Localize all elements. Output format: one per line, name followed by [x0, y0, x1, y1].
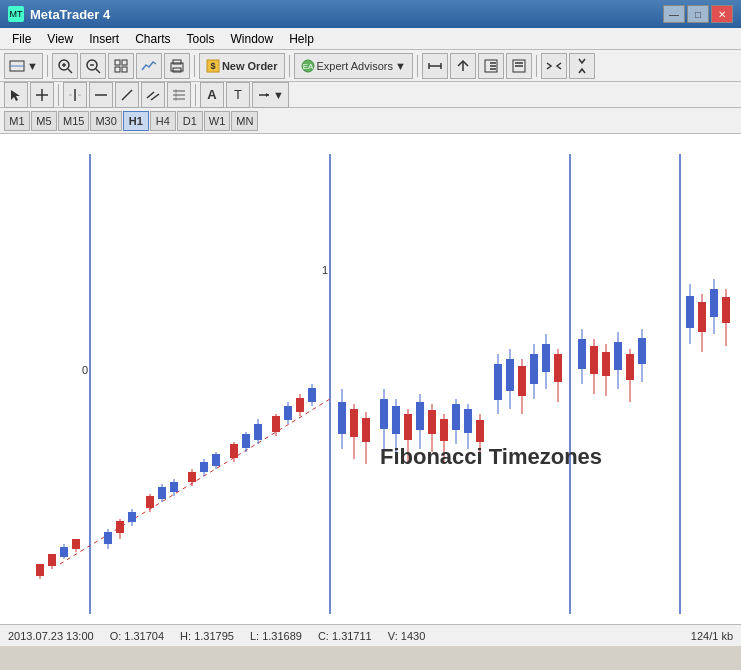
app-icon: MT: [8, 6, 24, 22]
svg-rect-112: [452, 404, 460, 430]
toolbar-drawing: A T ▼: [0, 82, 741, 108]
label-tool[interactable]: T: [226, 82, 250, 108]
menu-charts[interactable]: Charts: [127, 30, 178, 48]
svg-rect-10: [122, 60, 127, 65]
hline-tool[interactable]: [89, 82, 113, 108]
svg-rect-134: [602, 352, 610, 376]
fibonacci-tool[interactable]: [167, 82, 191, 108]
svg-rect-106: [416, 402, 424, 430]
minimize-button[interactable]: —: [663, 5, 685, 23]
svg-marker-44: [266, 93, 269, 97]
channel-tool[interactable]: [141, 82, 165, 108]
svg-text:$: $: [210, 61, 215, 71]
new-order-btn[interactable]: $ New Order: [199, 53, 285, 79]
status-datetime: 2013.07.23 13:00: [8, 630, 94, 642]
svg-rect-11: [115, 67, 120, 72]
zoom-in-btn[interactable]: [52, 53, 78, 79]
tf-m15[interactable]: M15: [58, 111, 89, 131]
tf-h1[interactable]: H1: [123, 111, 149, 131]
svg-rect-102: [392, 406, 400, 434]
window-title: MetaTrader 4: [30, 7, 110, 22]
status-bar: 2013.07.23 13:00 O: 1.31704 H: 1.31795 L…: [0, 624, 741, 646]
toolbar-main: ▼ $ New Order EA Expert Advisors ▼: [0, 50, 741, 82]
tf-w1[interactable]: W1: [204, 111, 231, 131]
arrow-tool[interactable]: ▼: [252, 82, 289, 108]
svg-rect-62: [104, 532, 112, 544]
chart-scroll-btn[interactable]: [422, 53, 448, 79]
svg-rect-128: [554, 354, 562, 382]
svg-rect-116: [476, 420, 484, 442]
status-close: C: 1.31711: [318, 630, 372, 642]
svg-rect-56: [48, 554, 56, 566]
menu-help[interactable]: Help: [281, 30, 322, 48]
svg-rect-84: [254, 424, 262, 440]
tf-d1[interactable]: D1: [177, 111, 203, 131]
tf-m5[interactable]: M5: [31, 111, 57, 131]
svg-rect-98: [362, 418, 370, 442]
svg-rect-118: [494, 364, 502, 400]
text-tool[interactable]: A: [200, 82, 224, 108]
properties-btn[interactable]: [108, 53, 134, 79]
tf-h4[interactable]: H4: [150, 111, 176, 131]
svg-rect-68: [146, 496, 154, 508]
menu-file[interactable]: File: [4, 30, 39, 48]
compress-btn[interactable]: [541, 53, 567, 79]
svg-rect-120: [506, 359, 514, 391]
close-button[interactable]: ✕: [711, 5, 733, 23]
zoom-out-btn[interactable]: [80, 53, 106, 79]
menu-window[interactable]: Window: [223, 30, 282, 48]
expand-btn[interactable]: [569, 53, 595, 79]
svg-rect-58: [60, 547, 68, 557]
menu-insert[interactable]: Insert: [81, 30, 127, 48]
svg-rect-138: [626, 354, 634, 380]
menu-view[interactable]: View: [39, 30, 81, 48]
svg-text:0: 0: [82, 364, 88, 376]
title-bar: MT MetaTrader 4 — □ ✕: [0, 0, 741, 28]
svg-rect-142: [686, 296, 694, 328]
new-chart-btn[interactable]: ▼: [4, 53, 43, 79]
svg-rect-140: [638, 338, 646, 364]
svg-rect-86: [272, 416, 280, 432]
maximize-button[interactable]: □: [687, 5, 709, 23]
status-open: O: 1.31704: [110, 630, 164, 642]
zoom-out2-btn[interactable]: [506, 53, 532, 79]
svg-rect-110: [440, 419, 448, 441]
svg-rect-82: [242, 434, 250, 448]
svg-rect-60: [72, 539, 80, 549]
indicators-btn[interactable]: [136, 53, 162, 79]
svg-line-38: [151, 94, 159, 100]
svg-rect-136: [614, 342, 622, 370]
sep5: [536, 55, 537, 77]
svg-rect-64: [116, 521, 124, 533]
menu-bar: File View Insert Charts Tools Window Hel…: [0, 28, 741, 50]
svg-rect-144: [698, 302, 706, 332]
trendline-tool[interactable]: [115, 82, 139, 108]
svg-rect-78: [212, 454, 220, 466]
svg-rect-122: [518, 366, 526, 396]
svg-rect-54: [36, 564, 44, 576]
expert-advisors-btn[interactable]: EA Expert Advisors ▼: [294, 53, 413, 79]
svg-rect-66: [128, 512, 136, 522]
svg-rect-132: [590, 346, 598, 374]
vline-tool[interactable]: [63, 82, 87, 108]
menu-tools[interactable]: Tools: [179, 30, 223, 48]
tf-m1[interactable]: M1: [4, 111, 30, 131]
zoom-in2-btn[interactable]: [478, 53, 504, 79]
svg-rect-130: [578, 339, 586, 369]
tf-m30[interactable]: M30: [90, 111, 121, 131]
svg-rect-108: [428, 410, 436, 434]
cursor-tool[interactable]: [4, 82, 28, 108]
print-btn[interactable]: [164, 53, 190, 79]
crosshair-tool[interactable]: [30, 82, 54, 108]
chart-area[interactable]: 0 1: [0, 134, 741, 624]
tf-mn[interactable]: MN: [231, 111, 258, 131]
sep-draw2: [195, 84, 196, 106]
status-high: H: 1.31795: [180, 630, 234, 642]
svg-rect-94: [338, 402, 346, 434]
svg-line-36: [122, 90, 132, 100]
auto-scroll-btn[interactable]: [450, 53, 476, 79]
svg-rect-100: [380, 399, 388, 429]
status-low: L: 1.31689: [250, 630, 302, 642]
svg-rect-12: [122, 67, 127, 72]
status-volume: V: 1430: [388, 630, 426, 642]
